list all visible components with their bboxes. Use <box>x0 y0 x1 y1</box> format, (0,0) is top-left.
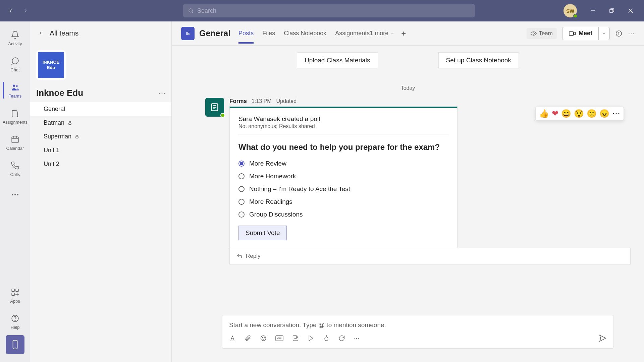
channel-item-unit-2[interactable]: Unit 2 <box>30 157 171 171</box>
radio-icon <box>238 186 245 192</box>
poll-option-2[interactable]: Nothing – I'm Ready to Ace the Test <box>238 185 448 193</box>
date-separator: Today <box>185 85 631 91</box>
more-tools-button[interactable]: ⋯ <box>354 335 359 342</box>
bell-icon <box>11 30 19 40</box>
back-to-teams-button[interactable] <box>38 31 43 36</box>
rail-more[interactable] <box>3 182 28 207</box>
info-button[interactable] <box>615 30 623 37</box>
svg-rect-24 <box>69 123 71 124</box>
praise-button[interactable] <box>323 335 330 342</box>
reactions-bar: 👍❤😄😯🙁😠⋯ <box>535 107 624 121</box>
poll-option-3[interactable]: More Readings <box>238 198 448 205</box>
more-icon <box>11 190 19 200</box>
tab-more[interactable]: 1 more <box>370 30 394 37</box>
format-button[interactable] <box>229 335 236 342</box>
tab-list: PostsFilesClass NotebookAssignments <box>238 23 370 44</box>
tab-assignments[interactable]: Assignments <box>335 23 370 44</box>
app-rail: Activity Chat Teams Assignments Calendar… <box>0 21 30 362</box>
svg-rect-27 <box>569 32 574 35</box>
reaction-0[interactable]: 👍 <box>539 109 549 118</box>
channel-avatar: IE <box>181 27 195 40</box>
rail-help[interactable]: Help <box>3 309 28 334</box>
team-avatar[interactable]: INKИOE Edu <box>36 50 66 80</box>
search-icon <box>188 8 194 14</box>
radio-icon <box>238 173 245 179</box>
svg-point-39 <box>262 338 263 338</box>
more-options-button[interactable]: ⋯ <box>628 29 635 38</box>
poll-option-label: Group Discussions <box>249 211 303 218</box>
reply-button[interactable]: Reply <box>229 248 631 264</box>
nav-forward-button[interactable] <box>19 4 32 17</box>
svg-point-6 <box>13 84 15 86</box>
team-name: Inknoe Edu <box>36 88 159 98</box>
composer[interactable]: GIF ⋯ <box>222 315 614 349</box>
nav-back-button[interactable] <box>4 4 17 17</box>
chevron-down-icon <box>390 32 394 36</box>
svg-point-26 <box>533 33 535 34</box>
minimize-button[interactable] <box>584 4 602 17</box>
channel-item-batman[interactable]: Batman <box>30 116 171 130</box>
svg-marker-45 <box>309 336 313 341</box>
schedule-button[interactable] <box>308 335 314 342</box>
team-more-button[interactable]: ⋯ <box>159 89 165 97</box>
channel-label: Superman <box>44 133 71 140</box>
rail-calls[interactable]: Calls <box>3 156 28 181</box>
radio-icon <box>238 161 245 167</box>
rail-teams[interactable]: Teams <box>3 78 28 103</box>
reaction-3[interactable]: 😯 <box>574 109 584 118</box>
composer-input[interactable] <box>229 321 607 329</box>
upload-materials-button[interactable]: Upload Class Materials <box>297 52 378 68</box>
svg-point-21 <box>15 320 15 320</box>
channel-item-unit-1[interactable]: Unit 1 <box>30 143 171 157</box>
mobile-icon <box>11 340 19 350</box>
team-visibility-label[interactable]: Team <box>527 28 557 39</box>
rail-chat[interactable]: Chat <box>3 52 28 76</box>
reaction-more-button[interactable]: ⋯ <box>612 109 620 118</box>
search-input[interactable] <box>197 7 470 14</box>
poll-option-1[interactable]: More Homework <box>238 173 448 180</box>
channel-item-general[interactable]: General <box>30 102 171 116</box>
rail-mobile[interactable] <box>6 335 24 354</box>
svg-point-31 <box>619 32 619 32</box>
rail-assignments[interactable]: Assignments <box>3 104 28 129</box>
all-teams-label[interactable]: All teams <box>50 29 78 37</box>
loop-button[interactable] <box>338 335 345 342</box>
submit-vote-button[interactable]: Submit Vote <box>238 226 287 240</box>
reaction-2[interactable]: 😄 <box>561 109 571 118</box>
channel-item-superman[interactable]: Superman <box>30 130 171 143</box>
reaction-5[interactable]: 😠 <box>599 109 609 118</box>
eye-icon <box>531 31 537 37</box>
svg-rect-3 <box>610 9 613 12</box>
meet-button: Meet <box>562 27 610 40</box>
presence-indicator <box>220 113 225 118</box>
maximize-button[interactable] <box>602 4 621 17</box>
tab-files[interactable]: Files <box>262 23 275 44</box>
svg-rect-16 <box>16 289 18 292</box>
poll-option-0[interactable]: More Review <box>238 160 448 167</box>
svg-rect-8 <box>12 137 18 142</box>
svg-point-7 <box>16 85 18 87</box>
close-button[interactable] <box>621 4 640 17</box>
reaction-1[interactable]: ❤ <box>552 109 558 118</box>
gif-button[interactable]: GIF <box>275 335 283 341</box>
user-avatar[interactable]: SW <box>564 4 577 17</box>
search-field[interactable] <box>183 4 475 17</box>
meet-button-dropdown[interactable] <box>598 27 609 40</box>
poll-option-4[interactable]: Group Discussions <box>238 211 448 218</box>
rail-activity[interactable]: Activity <box>3 25 28 50</box>
tab-class-notebook[interactable]: Class Notebook <box>284 23 326 44</box>
send-button[interactable] <box>599 334 607 342</box>
poll-card: Sara Wanasek created a poll Not anonymou… <box>229 107 458 248</box>
tab-posts[interactable]: Posts <box>238 23 254 44</box>
emoji-button[interactable] <box>260 335 267 342</box>
setup-notebook-button[interactable]: Set up Class Notebook <box>438 52 519 68</box>
add-tab-button[interactable]: + <box>401 29 406 38</box>
meet-button-main[interactable]: Meet <box>562 27 598 40</box>
reaction-4[interactable]: 🙁 <box>587 109 597 118</box>
rail-calendar[interactable]: Calendar <box>3 130 28 155</box>
channel-label: Unit 1 <box>44 147 59 154</box>
rail-apps[interactable]: Apps <box>3 283 28 308</box>
attach-button[interactable] <box>245 335 251 342</box>
svg-rect-17 <box>12 293 14 296</box>
sticker-button[interactable] <box>292 335 299 342</box>
